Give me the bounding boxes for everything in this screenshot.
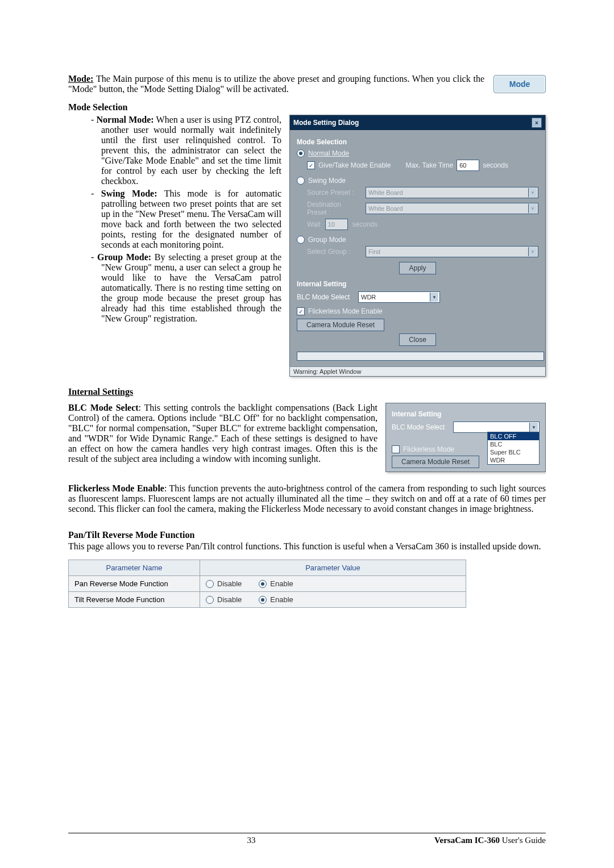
table-row: Tilt Reverse Mode Function Disable Enabl…: [69, 592, 466, 608]
apply-button[interactable]: Apply: [399, 262, 435, 274]
panel-flickerless-label: Flickerless Mode: [403, 445, 454, 453]
panel-blc-dropdown-list[interactable]: BLC OFF BLC Super BLC WDR: [487, 432, 540, 465]
dropdown-option[interactable]: BLC: [488, 440, 539, 448]
pan-tilt-title: Pan/Tilt Reverse Mode Function: [68, 530, 546, 540]
dropdown-option[interactable]: BLC OFF: [488, 432, 539, 440]
list-item-label: Group Mode:: [97, 252, 151, 262]
select-group-select[interactable]: First: [366, 246, 538, 257]
close-button[interactable]: Close: [399, 333, 436, 346]
panel-blc-select[interactable]: [453, 422, 540, 433]
internal-setting-group-title: Internal Setting: [297, 280, 538, 288]
group-mode-label: Group Mode: [308, 236, 346, 244]
mode-label: Mode:: [68, 74, 93, 84]
footer-guide: User's Guide: [500, 836, 546, 845]
internal-settings-title: Internal Settings: [68, 387, 546, 397]
param-name: Pan Reverse Mode Function: [69, 576, 200, 592]
blc-mode-select[interactable]: WDR: [358, 291, 440, 303]
wait-seconds-label: seconds: [352, 220, 378, 228]
panel-blc-label: BLC Mode Select: [392, 423, 449, 431]
list-item-label: Normal Mode:: [97, 115, 154, 124]
max-take-time-input[interactable]: 60: [457, 160, 479, 171]
pan-tilt-intro: This page allows you to reverse Pan/Tilt…: [68, 541, 546, 552]
give-take-label: Give/Take Mode Enable: [318, 161, 391, 169]
mode-button[interactable]: Mode: [493, 75, 546, 93]
list-item-text: By selecting a preset group at the "New …: [101, 252, 281, 323]
list-item-text: When a user is using PTZ control, anothe…: [101, 115, 281, 186]
dest-preset-select[interactable]: White Board: [366, 203, 538, 214]
mode-setting-dialog: Mode Setting Dialog × Mode Selection Nor…: [289, 115, 546, 377]
enable-label: Enable: [270, 579, 293, 588]
disable-label: Disable: [217, 595, 242, 604]
pan-enable-radio[interactable]: [259, 580, 267, 588]
internal-setting-panel: Internal Setting BLC Mode Select BLC OFF…: [385, 403, 546, 472]
close-icon[interactable]: ×: [532, 118, 542, 128]
mode-selection-title: Mode Selection: [68, 102, 546, 112]
page-number: 33: [247, 836, 256, 845]
flickerless-checkbox[interactable]: [297, 307, 305, 315]
blc-label: BLC Mode Select: [68, 403, 139, 412]
select-group-label: Select Group :: [307, 248, 361, 256]
pan-disable-radio[interactable]: [206, 580, 214, 588]
dropdown-option[interactable]: WDR: [488, 456, 539, 464]
table-row: Pan Reverse Mode Function Disable Enable: [69, 576, 466, 592]
flickerless-label: Flickerless Mode Enable: [68, 483, 164, 493]
mode-selection-group-title: Mode Selection: [297, 138, 538, 146]
table-header-name: Parameter Name: [69, 560, 200, 576]
enable-label: Enable: [270, 595, 293, 604]
panel-camera-reset-button[interactable]: Camera Module Reset: [392, 456, 479, 468]
flickerless-label: Flickerless Mode Enable: [308, 307, 383, 315]
panel-flickerless-checkbox[interactable]: [392, 445, 400, 453]
group-mode-radio[interactable]: [297, 236, 305, 244]
max-take-time-label: Max. Take Time: [405, 161, 453, 169]
swing-mode-radio[interactable]: [297, 177, 305, 185]
mode-paragraph: The Main purpose of this menu is to util…: [68, 74, 484, 94]
wait-label: Wait: [307, 220, 321, 228]
tilt-enable-radio[interactable]: [259, 596, 267, 604]
panel-title: Internal Setting: [392, 410, 540, 418]
blc-mode-label: BLC Mode Select: [297, 293, 354, 301]
tilt-disable-radio[interactable]: [206, 596, 214, 604]
dest-preset-label: Destination Preset :: [307, 201, 361, 216]
swing-mode-label: Swing Mode: [308, 177, 346, 185]
source-preset-select[interactable]: White Board: [366, 187, 538, 198]
blank-status-strip: [297, 352, 544, 361]
disable-label: Disable: [217, 579, 242, 588]
table-header-value: Parameter Value: [200, 560, 466, 576]
give-take-checkbox[interactable]: [307, 161, 315, 169]
dialog-title: Mode Setting Dialog: [293, 119, 359, 127]
seconds-label: seconds: [483, 161, 508, 169]
normal-mode-radio[interactable]: [297, 149, 305, 157]
parameter-table: Parameter Name Parameter Value Pan Rever…: [68, 560, 466, 608]
normal-mode-label: Normal Mode: [308, 149, 349, 157]
param-name: Tilt Reverse Mode Function: [69, 592, 200, 608]
source-preset-label: Source Preset :: [307, 189, 361, 197]
list-item-label: Swing Mode:: [101, 189, 157, 198]
statusbar: Warning: Applet Window: [290, 366, 545, 376]
camera-reset-button[interactable]: Camera Module Reset: [297, 319, 384, 331]
footer-product: VersaCam IC-360: [434, 836, 500, 845]
dropdown-option[interactable]: Super BLC: [488, 448, 539, 456]
wait-input[interactable]: 10: [325, 219, 348, 230]
